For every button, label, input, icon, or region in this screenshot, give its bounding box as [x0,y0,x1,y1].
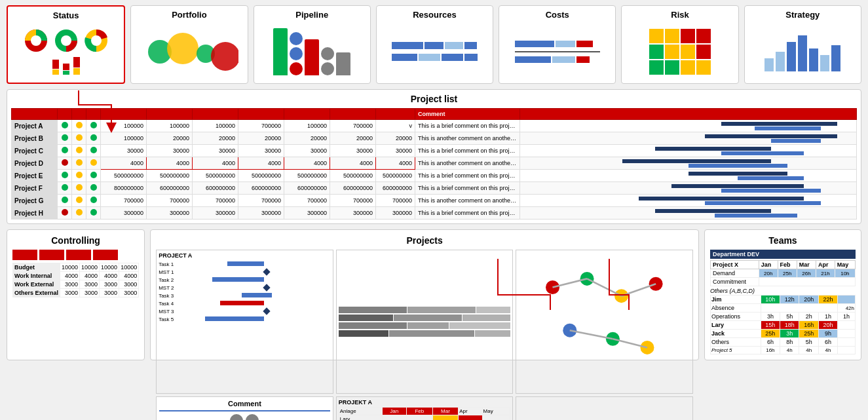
gantt-row: Task 2 [159,277,331,283]
status-pie-1 [24,28,48,53]
svg-point-5 [91,35,102,46]
col-n5 [284,109,330,120]
status-pie-2 [54,28,79,53]
comment-box: Comment [156,396,333,420]
resources-card[interactable]: Resources [376,5,493,84]
svg-line-19 [622,284,656,296]
table-row: Project B1000002000020000200002000020000… [12,132,857,145]
status-pie-3 [84,28,109,53]
col-s2 [72,109,86,120]
col-n1 [101,109,147,120]
svg-point-14 [563,324,577,337]
status-card[interactable]: Status [7,5,125,84]
table-row: Project E5000000005000000005000000005000… [12,170,857,182]
gantt-row: Task 3 [159,292,331,299]
risk-title: Risk [671,10,689,20]
gantt-row: Task 4 [159,300,331,307]
table-row: Project F8000000006000000006000000006000… [12,182,857,195]
table-row: Project H3000003000003000003000003000003… [12,207,857,220]
col-n4 [238,109,284,120]
costs-card[interactable]: Costs [499,5,616,84]
risk-card[interactable]: Risk [621,5,738,84]
project-list-title: Project list [11,94,857,104]
status-title: Status [53,10,79,20]
col-name [12,109,58,120]
portfolio-card[interactable]: Portfolio [130,5,248,84]
svg-line-20 [570,330,613,339]
resources-chart [379,24,490,79]
col-s1 [58,109,72,120]
status-chart [10,24,121,79]
table-row: Project A1000001000001000007000001000007… [12,120,857,132]
thumbnail-network [516,250,693,394]
svg-line-18 [587,278,622,296]
portfolio-title: Portfolio [172,10,206,20]
pipeline-title: Pipeline [295,10,328,20]
team-table-small: PROJEKT A Anlage Jan Feb Mar Apr May Lar… [336,396,514,420]
col-n2 [147,109,193,120]
gantt-row: MST 3 [159,308,331,315]
projects-card: Projects PROJECT A Task 1 MST 1 Task 2 M… [150,229,699,360]
svg-point-7 [167,33,198,64]
portfolio-chart [134,24,244,79]
svg-point-3 [61,35,71,46]
gantt-subpanel: PROJECT A Task 1 MST 1 Task 2 MST 2 Task… [156,250,333,394]
col-n7 [376,109,415,120]
table-row: Project G7000007000007000007000007000007… [12,195,857,207]
gantt-row: Task 1 [159,261,331,267]
gantt-row: MST 1 [159,269,331,275]
pipeline-chart [257,24,368,79]
costs-chart [502,24,613,79]
strategy-card[interactable]: Strategy [744,5,861,84]
strategy-chart [747,24,858,79]
col-s3 [86,109,101,120]
gantt-row: Task 5 [159,316,331,322]
controlling-card: Controlling Budget10000100001000010000Wo… [7,229,145,360]
gantt-row: MST 2 [159,284,331,291]
bottom-bars [516,396,693,420]
projects-section-title: Projects [156,235,693,246]
bottom-row: Controlling Budget10000100001000010000Wo… [0,229,868,366]
teams-title: Teams [710,235,856,246]
project-table: Comment Project A10000010000010000070000… [11,108,857,220]
col-comment: Comment [415,109,520,120]
risk-chart [624,24,735,79]
table-row: Project C3000030000300003000030000300003… [12,145,857,157]
costs-title: Costs [546,10,569,20]
gantt-title: PROJECT A [159,252,331,259]
controlling-title: Controlling [12,235,139,246]
portfolio-svg [140,29,238,75]
col-n6 [330,109,376,120]
svg-point-1 [31,35,41,46]
svg-point-9 [211,42,238,71]
teams-card: Teams Department DEV Project X Jan Feb M… [704,229,861,360]
table-row: Project D4000400040004000400040004000Thi… [12,157,857,170]
ctrl-table: Budget10000100001000010000Work Internal4… [12,263,139,297]
dashboard-cards: Status [0,0,868,89]
pipeline-card[interactable]: Pipeline [254,5,371,84]
strategy-title: Strategy [785,10,820,20]
resources-title: Resources [413,10,456,20]
project-list-section: Project list Comment [7,89,861,224]
col-n3 [193,109,238,120]
col-gantt [520,109,857,120]
thumbnail-stacked [336,250,514,394]
